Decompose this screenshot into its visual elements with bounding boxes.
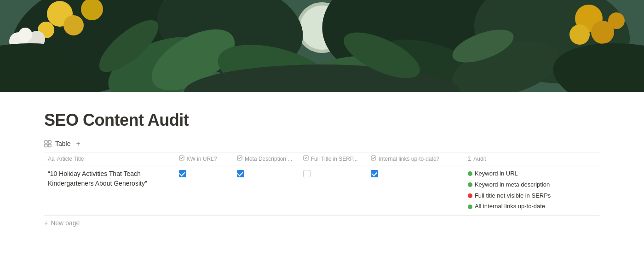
audit-item-3-text: All internal links up-to-date (475, 202, 545, 211)
status-dot-red-2 (468, 193, 472, 198)
audit-item-2: Full title not visible in SERPs (468, 191, 596, 201)
svg-point-8 (63, 15, 84, 35)
hero-banner (0, 0, 644, 92)
svg-point-24 (608, 12, 625, 29)
title-col-icon (303, 155, 309, 162)
full-title-checkbox-unchecked[interactable] (303, 170, 310, 177)
table-view-icon (44, 140, 52, 147)
svg-rect-38 (371, 156, 376, 160)
svg-rect-32 (48, 140, 51, 143)
th-full-title: Full Title in SERP... (299, 152, 368, 165)
svg-rect-31 (45, 140, 47, 143)
svg-rect-37 (304, 156, 308, 160)
table-view-label: Table (55, 140, 70, 147)
svg-rect-33 (45, 144, 47, 147)
internal-links-checkbox-checked[interactable] (371, 170, 378, 177)
meta-desc-cell[interactable] (233, 165, 299, 216)
article-title-text: “10 Holiday Activities That Teach Kinder… (48, 170, 147, 187)
status-dot-green-0 (468, 171, 472, 176)
svg-rect-35 (179, 156, 184, 160)
new-page-plus-icon: + (44, 219, 48, 227)
article-col-icon: Aa (48, 156, 55, 162)
audit-items: Keyword in URL Keyword in meta descripti… (468, 169, 596, 211)
audit-col-icon: Σ (468, 156, 471, 162)
th-kw-url: KW in URL? (175, 152, 233, 165)
th-internal-links: Internal links up-to-date? (367, 152, 464, 165)
audit-item-2-text: Full title not visible in SERPs (475, 191, 551, 201)
svg-rect-34 (48, 144, 51, 147)
th-audit: Σ Audit (464, 152, 600, 165)
links-col-icon (371, 155, 376, 162)
audit-item-0-text: Keyword in URL (475, 169, 518, 179)
page-title: SEO Content Audit (44, 111, 600, 130)
table-row: “10 Holiday Activities That Teach Kinder… (44, 165, 600, 216)
status-dot-green-1 (468, 182, 472, 187)
status-dot-green-3 (468, 205, 472, 209)
audit-item-3: All internal links up-to-date (468, 202, 596, 211)
kw-url-cell[interactable] (175, 165, 233, 216)
kw-url-checkbox-checked[interactable] (179, 170, 186, 177)
audit-item-0: Keyword in URL (468, 169, 596, 179)
meta-desc-checkbox-checked[interactable] (237, 170, 244, 177)
add-view-button[interactable]: + (74, 139, 82, 148)
article-title-cell: “10 Holiday Activities That Teach Kinder… (44, 165, 175, 216)
page-content: SEO Content Audit Table + Aa Article Tit… (0, 92, 644, 230)
audit-item-1: Keyword in meta description (468, 180, 596, 190)
kw-col-icon (179, 155, 184, 162)
table-toolbar: Table + (44, 139, 600, 148)
new-page-label: New page (51, 219, 80, 227)
th-article: Aa Article Title (44, 152, 175, 165)
svg-point-23 (569, 24, 590, 45)
audit-item-1-text: Keyword in meta description (475, 180, 550, 190)
internal-links-cell[interactable] (367, 165, 464, 216)
svg-point-14 (18, 28, 32, 41)
audit-cell: Keyword in URL Keyword in meta descripti… (464, 165, 600, 216)
th-meta-desc: Meta Description ... (233, 152, 299, 165)
svg-rect-36 (237, 156, 242, 160)
meta-col-icon (237, 155, 242, 162)
seo-audit-table: Aa Article Title KW in URL? (44, 152, 600, 216)
full-title-cell[interactable] (299, 165, 368, 216)
new-page-button[interactable]: + New page (44, 216, 600, 230)
